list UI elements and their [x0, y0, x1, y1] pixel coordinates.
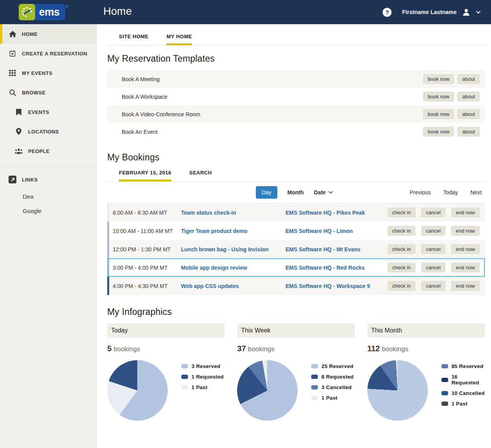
booking-title-link[interactable]: Tiger Team product demo — [181, 228, 248, 234]
pie-legend: 3 Reserved 1 Requested 1 Past — [181, 363, 223, 421]
about-button[interactable]: about — [457, 92, 480, 101]
sidebar-item-locations[interactable]: LOCATIONS — [0, 122, 96, 141]
template-name: Book A Meeting — [122, 76, 160, 82]
book-now-button[interactable]: book now — [423, 127, 454, 137]
legend-item: 3 Cancelled — [311, 384, 353, 390]
book-now-button[interactable]: book now — [423, 92, 454, 101]
legend-item: 3 Reserved — [181, 363, 223, 369]
sidebar-item-browse[interactable]: BROWSE — [0, 83, 96, 102]
book-now-button[interactable]: book now — [423, 109, 454, 119]
booking-time: 12:00 PM - 1:30 PM MT — [109, 246, 181, 252]
template-name: Book An Event — [122, 129, 158, 135]
booking-location-link[interactable]: EMS Software HQ - Workspace 9 — [285, 283, 370, 289]
sidebar-link-google[interactable]: Google — [0, 204, 96, 218]
month-view-button[interactable]: Month — [287, 189, 304, 196]
sidebar-link-dea[interactable]: Dea — [0, 189, 96, 204]
external-link-icon — [9, 176, 16, 183]
legend-label: 1 Past — [321, 395, 337, 401]
ems-home-page: ems ® Home ? Firstname Lastname HOME CRE… — [0, 0, 491, 448]
today-button[interactable]: Today — [443, 189, 458, 196]
legend-label: 3 Cancelled — [321, 384, 351, 390]
booking-time: 4:00 PM - 4:30 PM MT — [109, 283, 181, 289]
pie-chart — [367, 360, 428, 421]
booking-row[interactable]: 3:00 PM - 4:00 PM MT Mobile app design r… — [107, 258, 485, 277]
booking-title-link[interactable]: Team status check-in — [181, 210, 236, 216]
legend-item: 1 Requested — [181, 374, 223, 380]
tab-site-home[interactable]: SITE HOME — [119, 34, 149, 45]
pie-chart — [237, 360, 298, 421]
next-button[interactable]: Next — [470, 189, 482, 196]
cancel-button[interactable]: cancel — [421, 226, 445, 236]
end-now-button[interactable]: end now — [451, 263, 480, 272]
tab-booking-date[interactable]: FEBRUARY 15, 2016 — [119, 170, 171, 181]
tab-my-home[interactable]: MY HOME — [167, 34, 192, 45]
cancel-button[interactable]: cancel — [421, 208, 445, 217]
day-view-button[interactable]: Day — [256, 186, 277, 199]
sidebar-item-create-a-reservation[interactable]: CREATE A RESERVATION — [0, 44, 96, 63]
previous-button[interactable]: Previous — [409, 189, 431, 196]
booking-location-link[interactable]: EMS Software HQ - Red Rocks — [285, 265, 365, 271]
search-icon — [9, 89, 16, 96]
sidebar-item-label: CREATE A RESERVATION — [22, 51, 87, 57]
legend-swatch — [181, 375, 188, 379]
end-now-button[interactable]: end now — [451, 281, 480, 291]
sidebar-item-events[interactable]: EVENTS — [0, 102, 96, 122]
location-pin-icon — [15, 128, 23, 135]
booking-location-link[interactable]: EMS Software HQ - Limon — [285, 228, 353, 234]
cancel-button[interactable]: cancel — [421, 281, 445, 291]
about-button[interactable]: about — [457, 127, 480, 137]
booking-location-link[interactable]: EMS Software HQ - Pikes Peak — [285, 210, 365, 216]
about-button[interactable]: about — [457, 74, 480, 84]
reservation-templates-list: Book A Meeting book now about Book A Wor… — [107, 70, 485, 140]
legend-swatch — [181, 385, 188, 389]
sidebar-item-label: MY EVENTS — [22, 70, 53, 76]
infographic-panel-this-month: This Month 112bookings 85 Reserved 16 Re… — [367, 324, 485, 421]
ems-logo[interactable]: ems ® — [19, 4, 68, 20]
bookings-list: 8:00 AM - 8:30 AM MT Team status check-i… — [107, 203, 485, 295]
check-in-button[interactable]: check in — [388, 244, 416, 254]
check-in-button[interactable]: check in — [388, 208, 416, 217]
legend-swatch — [311, 385, 318, 389]
booking-title-link[interactable]: Mobile app design review — [181, 265, 247, 271]
user-avatar-icon[interactable] — [462, 8, 471, 17]
sidebar-item-people[interactable]: PEOPLE — [0, 141, 96, 161]
booking-title-link[interactable]: Lunch brown bag - Using Invision — [181, 246, 269, 252]
booking-row[interactable]: 10:00 AM - 11:00 AM MT Tiger Team produc… — [107, 222, 485, 240]
check-in-button[interactable]: check in — [388, 281, 416, 291]
user-menu-chevron-icon[interactable] — [476, 11, 481, 14]
booking-title-link[interactable]: Web app CSS updates — [181, 283, 239, 289]
end-now-button[interactable]: end now — [451, 226, 480, 236]
sidebar-item-home[interactable]: HOME — [0, 24, 96, 44]
booking-row[interactable]: 4:00 PM - 4:30 PM MT Web app CSS updates… — [107, 277, 485, 295]
help-icon[interactable]: ? — [383, 8, 392, 17]
legend-swatch — [441, 378, 448, 382]
about-button[interactable]: about — [457, 109, 480, 119]
pie-legend: 85 Reserved 16 Requested 10 Cancelled 1 … — [441, 363, 485, 421]
tab-booking-search[interactable]: SEARCH — [189, 170, 212, 181]
legend-label: 8 Requested — [321, 374, 353, 380]
sidebar-item-my-events[interactable]: MY EVENTS — [0, 63, 96, 83]
calendar-plus-icon — [9, 50, 16, 57]
date-picker-button[interactable]: Date — [314, 189, 333, 196]
booking-time: 8:00 AM - 8:30 AM MT — [109, 210, 181, 216]
check-in-button[interactable]: check in — [388, 263, 416, 272]
end-now-button[interactable]: end now — [451, 208, 480, 217]
booking-row[interactable]: 8:00 AM - 8:30 AM MT Team status check-i… — [107, 203, 485, 222]
sidebar-item-links[interactable]: LINKS — [0, 170, 96, 189]
sidebar: HOME CREATE A RESERVATION MY EVENTS BROW… — [0, 24, 97, 448]
booking-time: 10:00 AM - 11:00 AM MT — [109, 228, 181, 234]
infographics-title: My Infographics — [107, 307, 485, 317]
book-now-button[interactable]: book now — [423, 74, 454, 84]
my-bookings-title: My Bookings — [107, 152, 485, 163]
legend-label: 16 Requested — [452, 374, 485, 386]
reservation-template-row: Book A Workspace book now about — [107, 88, 485, 105]
reservation-template-row: Book A Meeting book now about — [107, 70, 485, 88]
check-in-button[interactable]: check in — [388, 226, 416, 236]
booking-row[interactable]: 12:00 PM - 1:30 PM MT Lunch brown bag - … — [107, 240, 485, 258]
booking-location-link[interactable]: EMS Software HQ - Mt Evans — [285, 246, 360, 252]
end-now-button[interactable]: end now — [451, 244, 480, 254]
legend-item: 1 Past — [181, 384, 223, 390]
legend-label: 1 Past — [452, 401, 468, 407]
cancel-button[interactable]: cancel — [421, 263, 445, 272]
cancel-button[interactable]: cancel — [421, 244, 445, 254]
